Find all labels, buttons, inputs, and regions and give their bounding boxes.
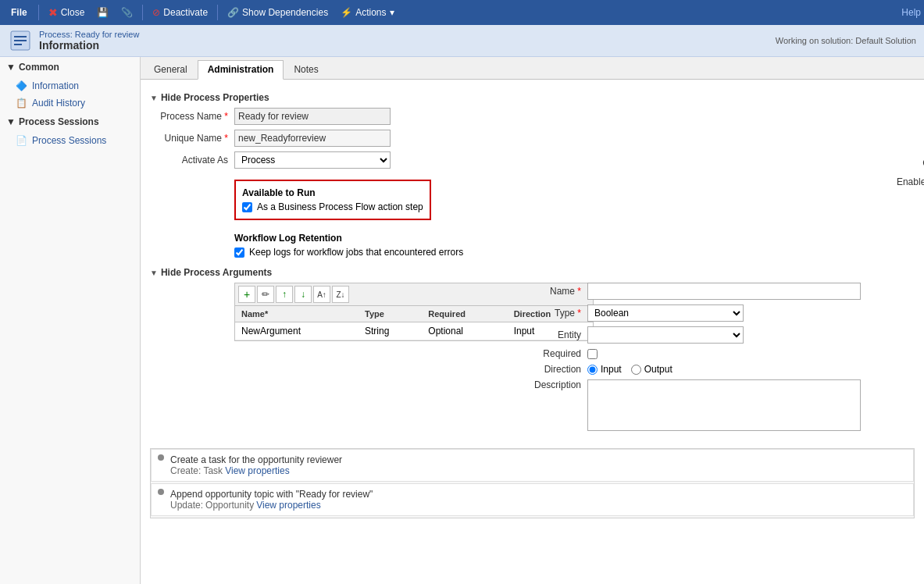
arg-direction-output-label: Output — [644, 364, 672, 375]
activate-as-select[interactable]: Process — [234, 151, 391, 169]
args-sort-desc-button[interactable]: Z↓ — [332, 286, 349, 303]
help-button[interactable]: Help — [901, 7, 921, 18]
attach-icon-button[interactable]: 📎 — [115, 5, 139, 20]
toolbar-separator-3 — [217, 5, 218, 20]
workflow-log-title: Workflow Log Retention — [234, 233, 870, 244]
sidebar-process-sessions-header[interactable]: ▼ Process Sessions — [0, 112, 140, 132]
sidebar-process-sessions-label: Process Sessions — [32, 135, 106, 146]
sidebar: ▼ Common 🔷 Information 📋 Audit History ▼… — [0, 57, 141, 584]
arg-required-label: Required — [519, 348, 581, 359]
arg-entity-label: Entity — [519, 329, 581, 340]
arg-direction-radio-group: Input Output — [587, 364, 672, 375]
save-icon-button[interactable]: 💾 — [91, 5, 115, 20]
actions-button[interactable]: ⚡ Actions ▾ — [334, 5, 400, 20]
process-name-input[interactable] — [234, 108, 391, 125]
sidebar-common-header[interactable]: ▼ Common — [0, 57, 140, 77]
unique-name-input[interactable] — [234, 130, 391, 147]
bpf-checkbox[interactable] — [242, 202, 252, 212]
workflow-log-checkbox-label: Keep logs for workflow jobs that encount… — [249, 247, 463, 258]
hide-process-properties-header[interactable]: ▼ Hide Process Properties — [150, 92, 870, 103]
arg-entity-row: Entity — [519, 326, 861, 344]
dependencies-icon: 🔗 — [227, 7, 239, 18]
arg-type-select[interactable]: Boolean — [587, 304, 744, 322]
form-columns: ▼ Hide Process Properties Process Name * — [150, 86, 915, 436]
main-content: General Administration Notes ▼ Hide Proc… — [141, 57, 924, 584]
action-row-1: Create a task for the opportunity review… — [151, 449, 914, 482]
arg-description-textarea[interactable] — [587, 379, 861, 431]
action-2-title: Append opportunity topic with "Ready for… — [170, 489, 373, 500]
toolbar-right: Help — [901, 7, 921, 18]
sidebar-process-sessions-section-label: Process Sessions — [19, 116, 99, 127]
deactivate-button[interactable]: ⊘ Deactivate — [146, 5, 214, 20]
process-header: Process: Ready for review Information Wo… — [0, 25, 924, 57]
actions-dropdown-icon: ▾ — [390, 7, 394, 18]
deactivate-label: Deactivate — [163, 7, 208, 18]
show-dependencies-button[interactable]: 🔗 Show Dependencies — [221, 5, 334, 20]
arg-direction-input-radio[interactable] — [587, 365, 598, 375]
workflow-log-checkbox[interactable] — [234, 247, 244, 258]
unique-name-label: Unique Name * — [150, 133, 228, 144]
deactivate-icon: ⊘ — [152, 7, 160, 18]
args-edit-button[interactable]: ✏ — [257, 286, 274, 303]
hide-process-arguments-header[interactable]: ▼ Hide Process Arguments — [150, 267, 870, 278]
process-name-row: Process Name * — [150, 108, 870, 125]
args-right: Name * Type * — [509, 283, 870, 436]
show-dependencies-label: Show Dependencies — [242, 7, 328, 18]
form-left: ▼ Hide Process Properties Process Name * — [150, 86, 870, 436]
actions-label: Actions — [355, 7, 386, 18]
activate-as-row: Activate As Process — [150, 151, 870, 169]
sidebar-item-process-sessions[interactable]: 📄 Process Sessions — [0, 132, 140, 149]
arg-type-required: * — [577, 308, 581, 319]
process-name-label: Process Name * — [150, 111, 228, 122]
tab-administration[interactable]: Administration — [198, 60, 284, 80]
process-sessions-icon: 📄 — [16, 135, 27, 146]
file-button[interactable]: File — [3, 4, 35, 21]
action-2-sub-type: Opportunity — [205, 500, 254, 511]
action-1-sub-type: Task — [203, 465, 223, 476]
audit-icon: 📋 — [16, 98, 27, 109]
close-button[interactable]: ✖ Close — [42, 5, 91, 20]
arg-entity-select[interactable] — [587, 326, 744, 344]
enable-rollback-row: Enable rollback — [883, 176, 924, 187]
main-layout: ▼ Common 🔷 Information 📋 Audit History ▼… — [0, 57, 924, 584]
arg-direction-row: Direction Input Output — [519, 364, 861, 375]
arg-name-row: Name * — [519, 283, 861, 300]
arg-name-required: * — [577, 286, 581, 297]
arg-direction-output-radio[interactable] — [631, 365, 641, 375]
activate-as-label: Activate As — [150, 155, 228, 166]
process-icon — [8, 28, 33, 53]
action-dot-2 — [158, 489, 164, 495]
args-col-required: Required — [422, 306, 507, 322]
bpf-checkbox-row: As a Business Process Flow action step — [242, 201, 423, 212]
sidebar-information-label: Information — [32, 80, 79, 91]
collapse-arrow-1: ▼ — [150, 94, 158, 102]
args-sort-asc-button[interactable]: A↑ — [313, 286, 330, 303]
action-1-sub: Create: Task View properties — [170, 465, 342, 476]
args-col-type: Type — [359, 306, 422, 322]
args-down-button[interactable]: ↓ — [294, 286, 312, 303]
actions-icon: ⚡ — [341, 7, 352, 18]
action-1-view-props-link[interactable]: View properties — [225, 465, 290, 476]
arg-required-row: Required — [519, 348, 861, 359]
tab-general[interactable]: General — [144, 60, 198, 79]
action-2-view-props-link[interactable]: View properties — [256, 500, 321, 511]
information-icon: 🔷 — [16, 80, 27, 91]
sidebar-item-audit-history[interactable]: 📋 Audit History — [0, 94, 140, 112]
sidebar-item-information[interactable]: 🔷 Information — [0, 77, 140, 94]
attach-icon: 📎 — [121, 7, 133, 18]
svg-rect-2 — [14, 40, 27, 41]
tab-notes[interactable]: Notes — [284, 60, 328, 79]
toolbar-separator-1 — [38, 5, 39, 20]
process-subtitle: Process: Ready for review — [39, 30, 139, 39]
arg-name-input[interactable] — [587, 283, 861, 300]
args-area: + ✏ ↑ ↓ A↑ Z↓ — [150, 283, 870, 436]
workflow-log-checkbox-row: Keep logs for workflow jobs that encount… — [234, 247, 870, 258]
args-add-button[interactable]: + — [238, 286, 255, 303]
args-col-name: Name* — [235, 306, 359, 322]
args-up-button[interactable]: ↑ — [276, 286, 293, 303]
unique-name-row: Unique Name * — [150, 130, 870, 147]
arg-required-checkbox[interactable] — [587, 349, 598, 359]
sidebar-audit-label: Audit History — [32, 98, 85, 109]
category-label: Category — [883, 158, 924, 169]
sidebar-common-label: Common — [19, 62, 59, 73]
